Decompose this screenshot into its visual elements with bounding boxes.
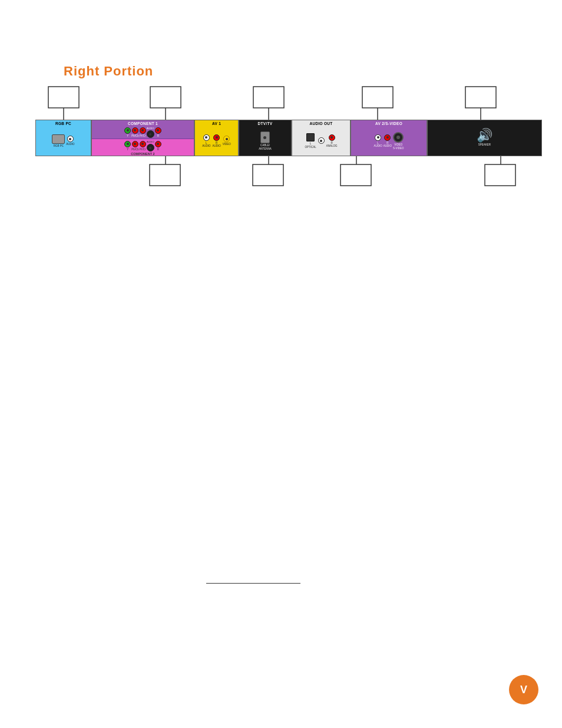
antenna-port: CABLE/ANTENNA — [259, 131, 272, 150]
av2-r-label: RAUDIO — [384, 141, 392, 148]
svg-rect-4 — [253, 87, 284, 108]
pb-port-1: Pb/Cb — [131, 127, 139, 137]
av1-r-port: RAUDIO — [212, 134, 220, 148]
comp2-label: COMPONENT 2 — [93, 152, 193, 156]
callout-lines-top — [35, 85, 542, 120]
y-label-1: Y — [127, 134, 128, 137]
svg-rect-13 — [253, 164, 283, 186]
audio-label-comp2: AUDIO — [147, 140, 154, 143]
av1-r-label: RAUDIO — [212, 141, 220, 148]
pr-port-1: Pr/Cr — [140, 127, 146, 137]
pr-circle-1 — [140, 127, 146, 134]
analog-l-circle — [318, 137, 325, 144]
rgb-connector — [52, 134, 65, 144]
optical-label: LOPTICAL — [305, 142, 316, 149]
y-port-2: Y — [124, 141, 131, 151]
av2-ports: LAUDIO RAUDIO VIDEOS-VIDEO — [351, 126, 427, 156]
av1-video-label: VIDEO — [223, 143, 231, 146]
antenna-center — [263, 136, 266, 139]
svg-rect-8 — [465, 87, 496, 108]
rgb-port: RGB PC — [52, 134, 65, 147]
av2-label: AV 2/S-VIDEO — [351, 120, 427, 126]
pr-label-2: Pr/Cr — [140, 148, 146, 151]
svideo-center — [396, 136, 400, 139]
dtv-section: DTV/TV CABLE/ANTENNA — [239, 120, 292, 156]
av1-l-circle — [203, 134, 210, 141]
pb-port-2: Pb/Cb — [131, 141, 139, 151]
audio-out-label: AUDIO OUT — [292, 120, 350, 126]
svideo-connector — [393, 132, 404, 143]
pr-circle-2 — [140, 141, 146, 147]
page-title: Right Portion — [64, 64, 153, 79]
av1-ports: LAUDIO RAUDIO VIDEO — [195, 126, 238, 156]
connector-strip: RGB PC RGB PC AUDIO COMPONENT 1 — [35, 120, 542, 156]
rgb-pc-section: RGB PC RGB PC AUDIO — [35, 120, 91, 156]
audio-r-circle-comp2 — [155, 141, 161, 147]
speaker-content: 🔊 SPEAKER — [428, 120, 541, 156]
av1-section: AV 1 LAUDIO RAUDIO VIDEO — [194, 120, 239, 156]
antenna-connector — [260, 131, 270, 143]
y-circle-2 — [124, 141, 131, 147]
callout-lines-bottom — [35, 156, 542, 192]
svg-rect-2 — [150, 87, 181, 108]
audio-circle-comp1 — [147, 130, 154, 138]
comp1-label: COMPONENT 1 — [92, 120, 194, 126]
speaker-icon: 🔊 — [477, 129, 492, 142]
optical-port-item: LOPTICAL — [305, 133, 316, 149]
rgb-pc-ports: RGB PC AUDIO — [36, 126, 91, 156]
y-label-2: Y — [127, 148, 128, 151]
audio-out-ports: LOPTICAL RANALOG — [292, 126, 350, 156]
pr-label-1: Pr/Cr — [140, 134, 146, 137]
vizio-logo: V — [509, 675, 538, 704]
analog-r-port: RANALOG — [326, 134, 338, 148]
speaker-section: 🔊 SPEAKER — [427, 120, 542, 156]
av1-l-port: LAUDIO — [202, 134, 210, 148]
av2-r-circle — [384, 134, 391, 141]
svg-rect-15 — [340, 164, 371, 186]
svg-rect-6 — [362, 87, 393, 108]
av2-r-port: RAUDIO — [384, 134, 392, 148]
av2-l-port: LAUDIO — [373, 134, 382, 148]
svideo-label: VIDEOS-VIDEO — [393, 143, 404, 150]
analog-label: RANALOG — [326, 141, 338, 148]
rgb-pc-label: RGB PC — [36, 120, 91, 126]
audio-r-circle-comp1 — [155, 127, 161, 134]
svg-rect-11 — [150, 164, 180, 186]
dtv-ports: CABLE/ANTENNA — [239, 126, 291, 156]
analog-r-circle — [329, 134, 335, 141]
av1-r-circle — [213, 134, 220, 141]
pb-label-2: Pb/Cb — [131, 148, 139, 151]
y-circle-1 — [124, 127, 131, 134]
audio-l-comp1: AUDIO — [147, 127, 154, 138]
y-port-1: Y — [124, 127, 131, 137]
comp2-ports: Y Pb/Cb Pr/Cr AUDIO — [93, 140, 193, 152]
audio-circle-rgb — [67, 136, 74, 142]
pb-circle-2 — [132, 141, 138, 147]
speaker-label: SPEAKER — [478, 143, 491, 146]
av2-l-label: LAUDIO — [373, 141, 382, 148]
av1-video-port: VIDEO — [223, 136, 231, 146]
svideo-port: VIDEOS-VIDEO — [393, 132, 404, 150]
pb-label-1: Pb/Cb — [131, 134, 139, 137]
cable-antenna-label: CABLE/ANTENNA — [259, 144, 272, 150]
svg-rect-0 — [48, 87, 79, 108]
comp1-ports: Y Pb/Cb Pr/Cr AUDIO — [92, 126, 194, 139]
underline-element — [206, 583, 300, 584]
av1-l-label: LAUDIO — [202, 141, 210, 148]
audio-port-rgb: AUDIO — [66, 136, 74, 146]
dtv-label: DTV/TV — [239, 120, 291, 126]
audio-r-comp2: R — [155, 141, 161, 151]
pr-port-2: Pr/Cr — [140, 141, 146, 151]
audio-label-comp1: AUDIO — [147, 127, 154, 130]
svg-rect-17 — [485, 164, 515, 186]
vizio-logo-text: V — [520, 684, 527, 696]
av2-l-circle — [375, 134, 381, 141]
audio-r-comp1: R — [155, 127, 161, 137]
audio-r-label-comp2: R — [157, 148, 159, 151]
analog-l-port — [318, 137, 325, 144]
av1-label: AV 1 — [195, 120, 238, 126]
audio-circle-comp2 — [147, 144, 154, 151]
audio-label-rgb: AUDIO — [66, 143, 74, 146]
optical-connector — [306, 133, 315, 141]
rgb-port-label: RGB PC — [54, 144, 64, 147]
